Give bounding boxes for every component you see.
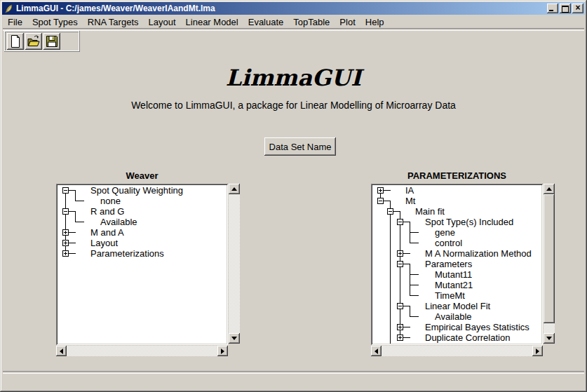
menu-item-spot-types[interactable]: Spot Types	[27, 16, 83, 28]
tree-expander-expand[interactable]	[62, 240, 69, 246]
scrollbar-thumb[interactable]	[544, 194, 555, 323]
save-file-button[interactable]	[43, 33, 60, 50]
tree-node-label[interactable]: Spot Type(s) Included	[425, 217, 513, 227]
tree-expander-collapse[interactable]	[397, 261, 403, 267]
menu-item-evaluate[interactable]: Evaluate	[243, 16, 289, 28]
menu-item-file[interactable]: File	[3, 16, 27, 28]
tree-expander-collapse[interactable]	[62, 187, 69, 194]
save-floppy-icon	[45, 34, 59, 48]
parameterizations-horizontal-scrollbar[interactable]	[371, 346, 543, 356]
scroll-down-button[interactable]	[229, 333, 240, 344]
tree-line	[68, 243, 76, 243]
close-button[interactable]: ×	[572, 4, 583, 13]
open-file-button[interactable]	[25, 33, 42, 50]
arrow-down-icon	[546, 337, 552, 340]
data-set-name-button[interactable]: Data Set Name	[264, 137, 336, 156]
scroll-up-button[interactable]	[229, 184, 240, 194]
tree-node-label[interactable]: Empirical Bayes Statistics	[425, 322, 529, 332]
tree-node-label[interactable]: Spot Quality Weighting	[90, 185, 183, 196]
weaver-treeview[interactable]: Spot Quality WeightingnoneR and GAvailab…	[56, 184, 228, 345]
tree-line	[410, 295, 419, 296]
scroll-left-button[interactable]	[56, 346, 67, 356]
arrow-left-icon	[375, 349, 378, 354]
tree-line	[403, 222, 410, 222]
scroll-track[interactable]	[382, 346, 532, 356]
arrow-down-icon	[231, 337, 237, 340]
new-file-icon	[8, 34, 22, 48]
maximize-icon	[562, 6, 569, 13]
tree-expander-expand[interactable]	[62, 229, 69, 236]
maximize-button[interactable]	[560, 4, 571, 13]
minus-glyph	[64, 211, 67, 212]
parameterizations-tree-group: PARAMETERIZATIONS IAMtMain fitSpot Type(…	[371, 170, 555, 357]
tree-expander-expand[interactable]	[397, 324, 403, 330]
scroll-track[interactable]	[67, 346, 217, 356]
tree-node-label[interactable]: Linear Model Fit	[425, 301, 490, 311]
scroll-right-button[interactable]	[532, 346, 543, 356]
tree-expander-collapse[interactable]	[397, 303, 403, 309]
tree-node-label[interactable]: Mt	[405, 196, 415, 206]
tree-expander-collapse[interactable]	[62, 208, 69, 215]
tree-expander-expand[interactable]	[62, 250, 69, 257]
close-icon: ×	[572, 4, 583, 13]
tree-line	[403, 264, 410, 264]
minus-glyph	[389, 211, 392, 212]
tree-expander-expand[interactable]	[377, 187, 384, 194]
tree-line	[75, 222, 84, 222]
tree-node-label[interactable]: TimeMt	[435, 290, 465, 301]
menu-item-linear-model[interactable]: Linear Model	[181, 16, 243, 28]
scroll-right-button[interactable]	[217, 346, 228, 356]
tree-node-label[interactable]: Duplicate Correlation	[425, 332, 510, 343]
title-bar[interactable]: LimmaGUI - C:/james/Weaver/WeaverIAandMt…	[2, 2, 585, 15]
scroll-track[interactable]	[229, 194, 240, 333]
scroll-down-button[interactable]	[544, 333, 555, 344]
tree-expander-expand[interactable]	[397, 250, 403, 257]
tree-line	[403, 253, 410, 254]
tree-line	[383, 201, 391, 201]
menu-item-layout[interactable]: Layout	[144, 16, 181, 28]
minus-glyph	[398, 222, 402, 222]
tree-expander-collapse[interactable]	[377, 198, 384, 204]
tree-node-label[interactable]: gene	[435, 227, 455, 238]
parameterizations-treeview[interactable]: IAMtMain fitSpot Type(s) Includedgenecon…	[371, 184, 543, 345]
menu-item-help[interactable]: Help	[360, 16, 389, 28]
menu-item-toptable[interactable]: TopTable	[288, 16, 335, 28]
parameterizations-vertical-scrollbar[interactable]	[544, 184, 555, 344]
scroll-track[interactable]	[544, 194, 555, 333]
tree-node-label[interactable]: Available	[100, 217, 137, 227]
tree-node-label[interactable]: Available	[435, 311, 472, 322]
tree-node-label[interactable]: Layout	[90, 238, 118, 248]
tree-expander-collapse[interactable]	[397, 219, 403, 225]
menu-item-rna-targets[interactable]: RNA Targets	[83, 16, 144, 28]
tree-expander-expand[interactable]	[397, 334, 403, 341]
tree-line	[68, 190, 76, 191]
new-file-button[interactable]	[7, 33, 24, 50]
tree-node-label[interactable]: Mutant11	[435, 269, 472, 280]
minimize-button[interactable]	[547, 4, 558, 13]
menu-item-plot[interactable]: Plot	[335, 16, 360, 28]
tree-node-label[interactable]: Parameterizations	[90, 248, 164, 259]
weaver-vertical-scrollbar[interactable]	[229, 184, 240, 344]
tree-node-label[interactable]: Parameters	[425, 259, 472, 269]
weaver-tree-group: Weaver Spot Quality WeightingnoneR and G…	[56, 170, 240, 357]
tree-node-label[interactable]: M A Normalization Method	[425, 248, 532, 259]
tree-node-label[interactable]: control	[435, 238, 462, 248]
tree-node-label[interactable]: R and G	[90, 206, 124, 217]
tree-expander-collapse[interactable]	[387, 208, 393, 215]
parameterizations-tree-content: IAMtMain fitSpot Type(s) Includedgenecon…	[372, 185, 541, 344]
scroll-left-button[interactable]	[371, 346, 382, 356]
tree-node-label[interactable]: Mutant21	[435, 280, 473, 290]
plus-glyph	[380, 189, 381, 192]
tree-line	[383, 190, 391, 191]
tree-line	[68, 211, 76, 212]
arrow-left-icon	[60, 349, 63, 354]
app-window: LimmaGUI - C:/james/Weaver/WeaverIAandMt…	[0, 0, 587, 392]
window-title: LimmaGUI - C:/james/Weaver/WeaverIAandMt…	[16, 4, 215, 13]
tree-node-label[interactable]: M and A	[90, 227, 124, 238]
scroll-up-button[interactable]	[544, 184, 555, 194]
tree-node-label[interactable]: none	[100, 196, 121, 206]
minus-glyph	[398, 264, 402, 264]
tree-node-label[interactable]: IA	[405, 185, 414, 196]
weaver-horizontal-scrollbar[interactable]	[56, 346, 228, 356]
tree-node-label[interactable]: Main fit	[415, 206, 445, 217]
